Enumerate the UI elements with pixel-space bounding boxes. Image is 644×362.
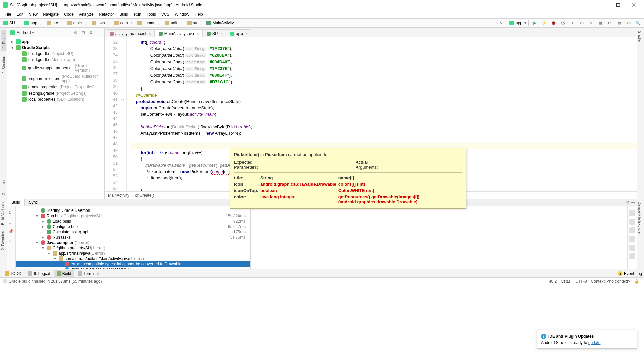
build-output-tree[interactable]: Starting Gradle Daemon▾Run build C:\gith… [16, 206, 251, 269]
close-tab-icon[interactable]: × [197, 32, 199, 36]
status-indicator-icon[interactable] [3, 279, 7, 283]
tree-item[interactable]: build.gradle(Module: app) [7, 57, 104, 63]
export-icon[interactable] [629, 245, 635, 251]
scroll-to-source-icon[interactable]: ⊕ [73, 29, 79, 36]
file-encoding[interactable]: UTF-8 [576, 279, 587, 284]
close-build-icon[interactable]: ✕ [8, 238, 14, 244]
hide-tool-window-icon[interactable]: — [95, 29, 101, 36]
settings-gear-icon[interactable]: ⚙ [88, 29, 94, 36]
tree-item[interactable]: proguard-rules.pro(ProGuard Rules for ap… [7, 73, 104, 84]
tree-item[interactable]: settings.gradle(Project Settings) [7, 90, 104, 96]
build-tree-row[interactable]: Starting Gradle Daemon [16, 208, 250, 213]
favorites-tab[interactable]: 2: Favorites [0, 228, 5, 253]
tree-twisty-icon[interactable]: ▸ [41, 235, 45, 240]
toggle-view-icon[interactable]: ⊞ [8, 220, 14, 226]
menu-help[interactable]: Help [192, 11, 206, 18]
collapse-icon[interactable] [629, 236, 635, 242]
wrap-icon[interactable] [629, 253, 635, 259]
editor-tab[interactable]: MainActivity.java× [155, 29, 203, 37]
build-tool-tab[interactable]: Build [54, 270, 74, 277]
tree-item[interactable]: gradle.properties(Project Properties) [7, 84, 104, 90]
terminal-tool-tab[interactable]: Terminal [75, 270, 101, 277]
tree-item[interactable]: build.gradle(Project: SU) [7, 51, 104, 57]
logcat-tool-tab[interactable]: 6: Logcat [25, 270, 53, 277]
menu-window[interactable]: Window [172, 11, 192, 18]
menu-edit[interactable]: Edit [14, 11, 26, 18]
memory-indicator-icon[interactable]: 🔒 [634, 279, 639, 284]
build-tree-row[interactable]: ▸Load build922ms [16, 219, 250, 224]
up-icon[interactable] [629, 210, 635, 216]
build-tree-row[interactable]: ▸Configure build9s 247ms [16, 224, 250, 229]
breadcrumb-item[interactable]: SU [1, 21, 17, 25]
cursor-position[interactable]: 48:2 [549, 279, 557, 284]
gutter-icons[interactable]: oo [121, 37, 127, 191]
attach-debugger-icon[interactable]: ⌖ [569, 19, 576, 27]
expand-icon[interactable] [629, 227, 635, 233]
tree-twisty-icon[interactable]: ▸ [41, 224, 45, 229]
build-tree-row[interactable]: ▾app/src/main/java (1 error) [16, 251, 250, 256]
breadcrumb-item[interactable]: src [45, 21, 60, 25]
project-structure-icon[interactable]: ▤ [615, 19, 623, 27]
menu-code[interactable]: Code [61, 11, 76, 18]
editor-tab[interactable]: app× [227, 29, 251, 37]
captures-tool-tab[interactable]: Captures [1, 178, 6, 198]
breadcrumb-item[interactable]: java [90, 21, 107, 25]
menu-file[interactable]: File [2, 11, 14, 18]
update-link[interactable]: update [588, 340, 601, 345]
run-config-select[interactable]: app ▾ [507, 20, 529, 26]
project-tree[interactable]: ▸app▾Gradle Scriptsbuild.gradle(Project:… [7, 37, 104, 104]
stop-button[interactable]: ■ [587, 19, 595, 27]
tree-twisty-icon[interactable]: ▸ [10, 39, 15, 44]
breadcrumb-item[interactable]: com [112, 21, 130, 25]
build-tree-row[interactable]: ▸Run tasks5s 75ms [16, 235, 250, 240]
build-message-detail[interactable] [251, 206, 627, 269]
collapse-all-icon[interactable]: ⊟ [80, 29, 86, 36]
apply-changes-icon[interactable]: ⚡ [540, 19, 548, 27]
build-tree-row[interactable]: ▾Java compiler: (1 error) [16, 240, 250, 245]
rerun-icon[interactable]: ↻ [8, 210, 14, 216]
project-view-selector[interactable]: Android [17, 30, 31, 35]
breadcrumb-item[interactable]: MainActivity [204, 21, 236, 25]
profile-button[interactable]: ◔ [559, 19, 567, 27]
menu-run[interactable]: Run [131, 11, 144, 18]
close-tab-icon[interactable]: × [246, 32, 248, 36]
editor-tab[interactable]: activity_main.xml× [106, 29, 155, 37]
project-tool-tab[interactable]: 1: Project [1, 30, 6, 51]
tree-twisty-icon[interactable]: ▾ [41, 246, 45, 250]
minimize-button[interactable] [595, 0, 610, 10]
tree-item[interactable]: local.properties(SDK Location) [7, 96, 104, 102]
close-tab-icon[interactable]: × [220, 32, 222, 36]
breadcrumb-class[interactable]: MainActivity [108, 193, 129, 198]
tree-twisty-icon[interactable]: ▸ [41, 219, 45, 224]
build-tree-row[interactable]: uses or overrides a deprecated API. [16, 267, 250, 269]
breadcrumb-item[interactable]: app [22, 21, 39, 25]
event-log-button[interactable]: 2Event Log [618, 271, 642, 276]
build-tree-row[interactable]: ▾C:/github projects/SU (1 error) [16, 245, 250, 251]
tree-item[interactable]: ▸app [7, 39, 104, 45]
build-panel-settings-icon[interactable]: ⚙ — [624, 199, 637, 206]
close-tab-icon[interactable]: × [149, 32, 151, 36]
device-file-explorer-tab[interactable]: Device File Explorer [637, 199, 642, 237]
run-button[interactable]: ▶ [531, 19, 538, 27]
breadcrumb-item[interactable]: main [65, 21, 84, 25]
filter-icon[interactable]: 📌 [8, 229, 14, 235]
context-selector[interactable]: Context: <no context> [591, 279, 630, 284]
maximize-button[interactable] [610, 0, 626, 10]
avd-manager-icon[interactable]: ▭ [578, 19, 585, 27]
editor-tab[interactable]: SU× [203, 29, 226, 37]
breadcrumb-item[interactable]: suman [135, 21, 157, 25]
menu-refactor[interactable]: Refactor [96, 11, 117, 18]
menu-build[interactable]: Build [117, 11, 131, 18]
line-number-gutter[interactable]: 3233343536373839404142434445464748495051… [105, 37, 121, 191]
search-icon[interactable]: 🔍 [634, 19, 642, 27]
breadcrumb-method[interactable]: onCreate() [135, 193, 154, 198]
gradle-tool-tab[interactable]: Gradle [637, 28, 642, 44]
breadcrumb-item[interactable]: udit [163, 21, 179, 25]
tree-twisty-icon[interactable]: ▾ [35, 240, 39, 245]
build-tab[interactable]: Build [7, 199, 25, 206]
build-tree-row[interactable]: error: incompatible types: int cannot be… [16, 261, 250, 267]
tree-twisty-icon[interactable]: ▾ [47, 251, 51, 256]
tree-item[interactable]: ▾Gradle Scripts [7, 45, 104, 51]
build-tree-row[interactable]: ▾com/suman/udit/su/MainActivity.java (1 … [16, 256, 250, 261]
menu-tools[interactable]: Tools [144, 11, 159, 18]
